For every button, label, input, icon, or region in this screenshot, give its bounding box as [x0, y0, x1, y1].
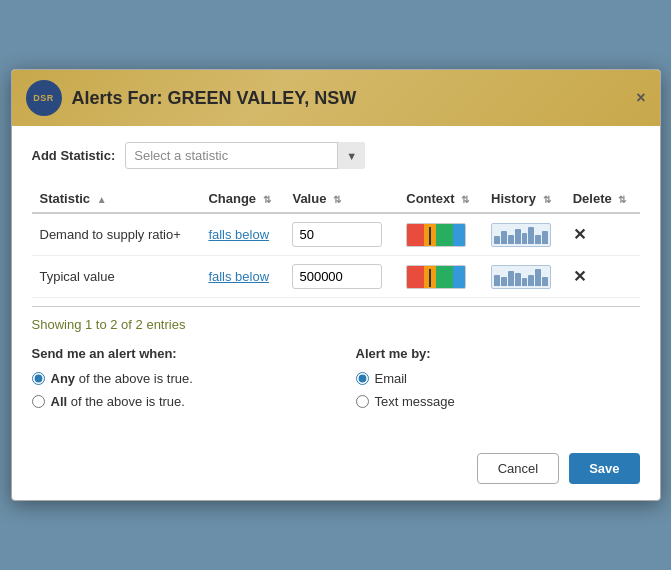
radio-all[interactable] — [32, 395, 45, 408]
delete-button-1[interactable]: ✕ — [573, 268, 586, 285]
table-row: Typical value falls below — [32, 256, 640, 298]
history-bar — [542, 231, 548, 244]
statistic-name-0: Demand to supply ratio+ — [40, 227, 181, 242]
alerts-table: Statistic ▲ Change ⇅ Value ⇅ Context — [32, 185, 640, 298]
radio-sms[interactable] — [356, 395, 369, 408]
add-statistic-label: Add Statistic: — [32, 148, 116, 163]
alert-by-title: Alert me by: — [356, 346, 640, 361]
radio-any-bold: Any — [51, 371, 76, 386]
alert-by-section: Alert me by: Email Text message — [356, 346, 640, 417]
value-input-0[interactable] — [292, 222, 382, 247]
radio-row-any: Any of the above is true. — [32, 371, 316, 386]
history-thumbnail-0[interactable] — [491, 223, 551, 247]
radio-email[interactable] — [356, 372, 369, 385]
header-left: DSR Alerts For: GREEN VALLEY, NSW — [26, 80, 357, 116]
change-link-0[interactable]: falls below — [208, 227, 269, 242]
statistic-select[interactable]: Select a statistic — [125, 142, 365, 169]
modal-title: Alerts For: GREEN VALLEY, NSW — [72, 88, 357, 109]
add-statistic-row: Add Statistic: Select a statistic ▼ — [32, 142, 640, 169]
history-bar — [535, 235, 541, 244]
statistic-name-1: Typical value — [40, 269, 115, 284]
history-bar — [508, 271, 514, 285]
radio-all-label[interactable]: All of the above is true. — [51, 394, 185, 409]
sort-arrow-change: ⇅ — [263, 194, 271, 205]
context-thumbnail-1[interactable] — [406, 265, 466, 289]
change-link-1[interactable]: falls below — [208, 269, 269, 284]
modal-footer: Cancel Save — [12, 441, 660, 500]
showing-text: Showing 1 to 2 of 2 entries — [32, 317, 640, 332]
radio-all-bold: All — [51, 394, 68, 409]
context-thumbnail-0[interactable] — [406, 223, 466, 247]
modal-body: Add Statistic: Select a statistic ▼ Stat… — [12, 126, 660, 441]
radio-any-label[interactable]: Any of the above is true. — [51, 371, 193, 386]
save-button[interactable]: Save — [569, 453, 639, 484]
table-header-row: Statistic ▲ Change ⇅ Value ⇅ Context — [32, 185, 640, 213]
close-button[interactable]: × — [636, 90, 645, 106]
cancel-button[interactable]: Cancel — [477, 453, 559, 484]
sort-arrow-delete: ⇅ — [618, 194, 626, 205]
value-input-1[interactable] — [292, 264, 382, 289]
col-context[interactable]: Context ⇅ — [398, 185, 483, 213]
radio-any-rest: of the above is true. — [75, 371, 193, 386]
radio-all-rest: of the above is true. — [67, 394, 185, 409]
sort-arrow-context: ⇅ — [461, 194, 469, 205]
alert-options: Send me an alert when: Any of the above … — [32, 346, 640, 417]
history-bar — [522, 233, 528, 244]
dsr-logo: DSR — [26, 80, 62, 116]
send-alert-title: Send me an alert when: — [32, 346, 316, 361]
table-divider — [32, 306, 640, 307]
modal-overlay: DSR Alerts For: GREEN VALLEY, NSW × Add … — [0, 0, 671, 570]
logo-text: DSR — [33, 93, 54, 103]
radio-email-label[interactable]: Email — [375, 371, 408, 386]
radio-row-sms: Text message — [356, 394, 640, 409]
history-bar — [528, 275, 534, 286]
col-delete[interactable]: Delete ⇅ — [565, 185, 640, 213]
history-bar — [535, 269, 541, 285]
modal-header: DSR Alerts For: GREEN VALLEY, NSW × — [12, 70, 660, 126]
history-thumbnail-1[interactable] — [491, 265, 551, 289]
history-bar — [494, 236, 500, 243]
radio-row-all: All of the above is true. — [32, 394, 316, 409]
history-bar — [494, 275, 500, 286]
history-bar — [501, 277, 507, 286]
sort-arrow-history: ⇅ — [543, 194, 551, 205]
radio-sms-label[interactable]: Text message — [375, 394, 455, 409]
sort-arrow-value: ⇅ — [333, 194, 341, 205]
delete-button-0[interactable]: ✕ — [573, 226, 586, 243]
history-bar — [528, 227, 534, 243]
statistic-select-wrapper[interactable]: Select a statistic ▼ — [125, 142, 365, 169]
history-bar — [542, 277, 548, 286]
history-bar — [515, 229, 521, 243]
radio-row-email: Email — [356, 371, 640, 386]
table-row: Demand to supply ratio+ falls below — [32, 213, 640, 256]
alerts-modal: DSR Alerts For: GREEN VALLEY, NSW × Add … — [11, 69, 661, 501]
col-history[interactable]: History ⇅ — [483, 185, 565, 213]
col-value[interactable]: Value ⇅ — [284, 185, 398, 213]
send-alert-section: Send me an alert when: Any of the above … — [32, 346, 316, 417]
sort-arrow-statistic: ▲ — [97, 194, 107, 205]
history-bar — [515, 273, 521, 286]
radio-any[interactable] — [32, 372, 45, 385]
col-statistic[interactable]: Statistic ▲ — [32, 185, 201, 213]
history-bar — [522, 278, 528, 285]
col-change[interactable]: Change ⇅ — [200, 185, 284, 213]
history-bar — [501, 231, 507, 244]
history-bar — [508, 235, 514, 244]
